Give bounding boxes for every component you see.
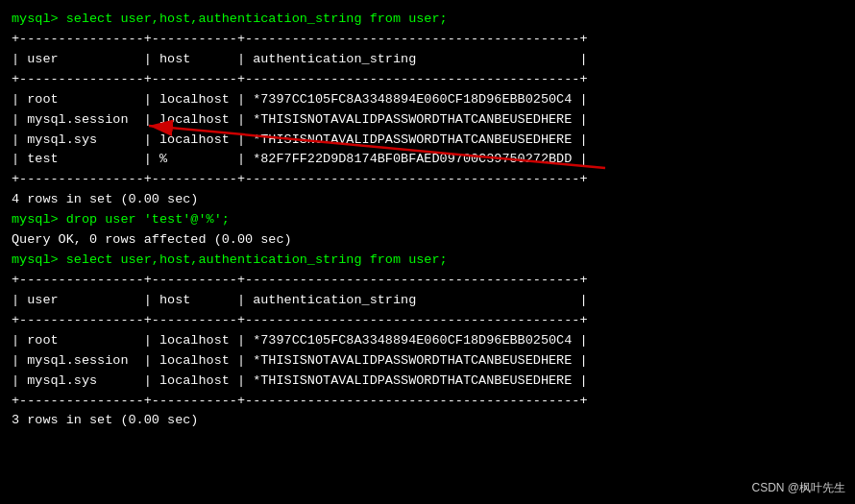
terminal-line: | mysql.sys | localhost | *THISISNOTAVAL… <box>12 131 843 151</box>
terminal-line: +----------------+-----------+----------… <box>12 392 843 412</box>
terminal-line: mysql> select user,host,authentication_s… <box>12 10 843 30</box>
terminal-line: +----------------+-----------+----------… <box>12 70 843 90</box>
terminal-line: +----------------+-----------+----------… <box>12 30 843 50</box>
terminal-line: | mysql.session | localhost | *THISISNOT… <box>12 351 843 372</box>
terminal-line: 3 rows in set (0.00 sec) <box>12 411 843 431</box>
watermark: CSDN @枫叶先生 <box>751 480 845 496</box>
terminal-line: | root | localhost | *7397CC105FC8A33488… <box>12 90 843 110</box>
terminal-line: +----------------+-----------+----------… <box>12 311 843 331</box>
terminal-line: mysql> drop user 'test'@'%'; <box>12 210 843 230</box>
terminal-window: mysql> select user,host,authentication_s… <box>0 0 855 441</box>
terminal-line: Query OK, 0 rows affected (0.00 sec) <box>12 230 843 251</box>
terminal-line: +----------------+-----------+----------… <box>12 271 843 291</box>
terminal-line: | test | % | *82F7FF22D9D8174BF0BFAED097… <box>12 150 843 170</box>
terminal-line: mysql> select user,host,authentication_s… <box>12 251 843 271</box>
terminal-line: | mysql.sys | localhost | *THISISNOTAVAL… <box>12 372 843 392</box>
terminal-line: | root | localhost | *7397CC105FC8A33488… <box>12 331 843 351</box>
terminal-line: 4 rows in set (0.00 sec) <box>12 190 843 210</box>
terminal-line: | mysql.session | localhost | *THISISNOT… <box>12 110 843 131</box>
terminal-line: +----------------+-----------+----------… <box>12 170 843 190</box>
terminal-line: | user | host | authentication_string | <box>12 291 843 311</box>
terminal-line: | user | host | authentication_string | <box>12 50 843 70</box>
